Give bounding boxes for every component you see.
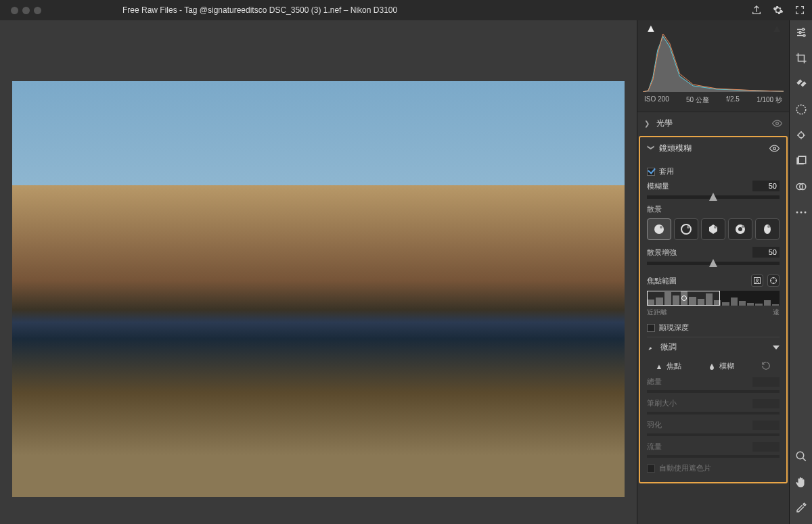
point-focus-button[interactable] (767, 275, 780, 287)
document-title: Free Raw Files - Tag @signatureeditsco D… (122, 5, 397, 15)
apply-label: 套用 (659, 166, 674, 176)
refine-title: 微調 (660, 341, 677, 353)
bokeh-shape-blade[interactable] (701, 218, 725, 240)
svg-point-1 (773, 147, 776, 150)
traffic-light-close[interactable] (11, 7, 18, 14)
svg-marker-6 (709, 224, 717, 234)
amount-slider (647, 390, 780, 393)
svg-point-19 (796, 105, 806, 114)
right-tool-strip (789, 20, 812, 524)
brush-size-slider (647, 412, 780, 414)
histogram: ▲ ▲ ISO 200 50 公釐 f/2.5 1/100 秒 (637, 20, 789, 112)
bokeh-shape-ring[interactable] (728, 218, 752, 240)
near-label: 近距離 (647, 308, 667, 317)
subject-focus-button[interactable] (751, 275, 763, 287)
auto-mask-checkbox (647, 465, 655, 473)
svg-point-27 (804, 212, 806, 214)
sliders-icon[interactable] (794, 26, 808, 39)
traffic-light-zoom[interactable] (34, 7, 41, 14)
titlebar: Free Raw Files - Tag @signatureeditsco D… (0, 0, 812, 20)
flow-label: 流量 (647, 442, 662, 452)
visualize-depth-label: 顯現深度 (659, 323, 689, 333)
panel-lens-blur-title: 鏡頭模糊 (659, 143, 692, 154)
visualize-depth-checkbox[interactable] (647, 324, 655, 332)
amount-input (752, 377, 780, 387)
blur-amount-slider[interactable] (647, 195, 780, 199)
bokeh-shape-soap[interactable] (674, 218, 698, 240)
brush-size-label: 筆刷大小 (647, 398, 677, 408)
blur-amount-input[interactable] (752, 181, 780, 191)
visualize-depth-row[interactable]: 顯現深度 (647, 323, 780, 333)
feather-input (752, 421, 780, 430)
panel-optics-header[interactable]: ❯ 光學 (637, 112, 789, 135)
crop-icon[interactable] (794, 51, 808, 65)
svg-point-28 (796, 452, 804, 459)
focus-pin-icon: ▲ (656, 362, 663, 371)
canvas-area[interactable] (0, 20, 637, 524)
apply-checkbox[interactable] (647, 168, 655, 176)
tab-blur[interactable]: 模糊 (708, 361, 734, 371)
svg-point-9 (738, 227, 742, 231)
zoom-icon[interactable] (794, 450, 808, 463)
boost-slider[interactable] (647, 262, 780, 265)
mask-circle-icon[interactable] (794, 103, 808, 116)
bokeh-shape-circle[interactable] (647, 218, 671, 240)
panel-optics-title: 光學 (656, 118, 673, 129)
focus-point-marker[interactable] (681, 295, 687, 301)
flow-input (752, 442, 780, 452)
flow-slider (647, 455, 780, 458)
histo-shutter: 1/100 秒 (757, 95, 782, 105)
boost-label: 散景增強 (647, 247, 752, 258)
panel-lens-blur-header[interactable]: ❯ 鏡頭模糊 (640, 137, 786, 160)
svg-point-7 (714, 226, 717, 229)
svg-rect-22 (798, 156, 806, 164)
eye-icon[interactable] (769, 143, 780, 153)
black-point-marker[interactable]: ▲ (771, 24, 782, 34)
healing-icon[interactable] (794, 77, 808, 91)
chevron-right-icon: ❯ (644, 120, 652, 127)
svg-point-5 (687, 226, 690, 229)
histo-aperture: f/2.5 (726, 95, 739, 105)
presets-icon[interactable] (794, 154, 808, 168)
fullscreen-icon[interactable] (794, 5, 805, 16)
chevron-down-icon: ❯ (648, 145, 655, 153)
brush-icon (647, 343, 656, 352)
depth-map[interactable] (647, 291, 780, 306)
export-icon[interactable] (751, 5, 762, 16)
slider-thumb[interactable] (709, 259, 717, 267)
svg-point-0 (776, 122, 779, 125)
gear-icon[interactable] (773, 5, 784, 16)
svg-point-3 (660, 226, 662, 229)
image-preview (12, 81, 625, 497)
bokeh-shape-cat[interactable] (755, 218, 780, 240)
traffic-light-minimize[interactable] (22, 7, 30, 14)
far-label: 遠 (773, 308, 780, 317)
svg-point-25 (796, 212, 798, 214)
feather-label: 羽化 (647, 420, 662, 430)
apply-checkbox-row[interactable]: 套用 (647, 166, 780, 176)
window-controls (11, 7, 41, 14)
histo-focal: 50 公釐 (686, 95, 709, 105)
svg-point-12 (767, 225, 770, 228)
brush-size-input (752, 399, 780, 408)
overlap-icon[interactable] (794, 180, 808, 193)
adjustments-sidebar: ▲ ▲ ISO 200 50 公釐 f/2.5 1/100 秒 ❯ 光學 (637, 20, 789, 524)
eyedropper-icon[interactable] (794, 501, 808, 515)
redeye-icon[interactable] (794, 128, 808, 142)
refine-header[interactable]: 微調 (647, 337, 780, 357)
more-icon[interactable] (794, 206, 808, 219)
reset-icon[interactable] (761, 361, 771, 371)
hand-icon[interactable] (794, 475, 808, 489)
amount-label: 總量 (647, 377, 662, 387)
white-point-marker[interactable]: ▲ (646, 24, 656, 34)
slider-thumb[interactable] (709, 193, 717, 201)
triangle-down-icon (773, 346, 780, 350)
panel-lens-blur: ❯ 鏡頭模糊 套用 模糊量 散景 (639, 136, 788, 483)
eye-icon[interactable] (772, 118, 782, 128)
svg-point-26 (800, 212, 802, 214)
svg-point-2 (654, 224, 664, 234)
tab-focus[interactable]: ▲ 焦點 (656, 361, 682, 371)
svg-point-14 (757, 279, 759, 281)
blur-drop-icon (708, 362, 715, 371)
boost-input[interactable] (752, 247, 780, 258)
